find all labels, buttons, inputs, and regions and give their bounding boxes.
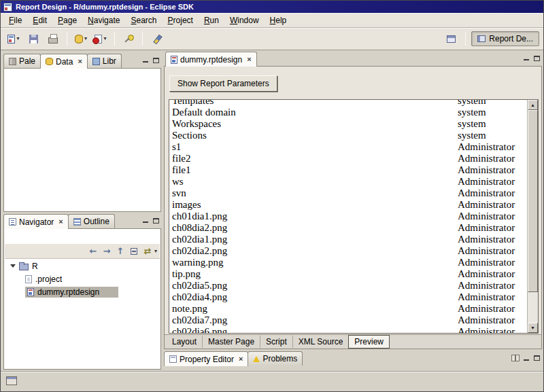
menu-item[interactable]: Search — [125, 14, 162, 27]
table-row: Templates system — [169, 99, 527, 107]
save-button[interactable] — [24, 31, 42, 47]
close-icon[interactable]: × — [78, 58, 82, 65]
tab-problems[interactable]: Problems — [248, 351, 303, 366]
view-menu-icon[interactable]: ▾ — [154, 249, 157, 254]
item-name: Templates — [169, 99, 458, 107]
tab-script[interactable]: Script — [260, 336, 293, 348]
window-title: Report Design - R/dummy.rptdesign - Ecli… — [16, 3, 194, 11]
show-report-parameters-button[interactable]: Show Report Parameters — [169, 75, 277, 92]
tab-property-editor[interactable]: Property Editor × — [164, 351, 248, 366]
tab-data[interactable]: Data × — [40, 54, 88, 69]
tree-node-project[interactable]: R — [5, 260, 160, 272]
close-icon[interactable]: × — [239, 355, 243, 363]
new-report-button[interactable]: ▾ — [5, 31, 22, 47]
menu-item[interactable]: File — [3, 14, 27, 27]
tab-layout[interactable]: Layout — [167, 336, 203, 348]
item-owner: Administrator — [458, 234, 527, 245]
link-with-editor-icon[interactable]: ⇄ — [141, 245, 154, 258]
tab-xml-source[interactable]: XML Source — [293, 336, 350, 348]
item-owner: Administrator — [458, 326, 527, 334]
expand-twistie-icon[interactable] — [10, 264, 16, 268]
minimize-icon[interactable] — [143, 57, 149, 63]
open-perspective-button[interactable] — [442, 31, 460, 47]
table-row: warning.png Administrator — [169, 257, 527, 268]
toolbar-separator — [142, 32, 143, 46]
item-name: tip.png — [169, 268, 458, 280]
tab-palette[interactable]: Pale — [3, 54, 41, 68]
item-name: ch02dia1.png — [169, 234, 458, 245]
back-icon[interactable]: ← — [86, 245, 100, 258]
item-owner: Administrator — [458, 176, 527, 188]
maximize-icon[interactable] — [153, 58, 159, 63]
tab-palette-label: Pale — [19, 56, 35, 66]
item-owner: Administrator — [458, 141, 527, 153]
tab-preview[interactable]: Preview — [348, 335, 390, 349]
pin-icon — [124, 34, 133, 44]
perspective-bar: Report De... — [442, 31, 539, 47]
minimize-icon[interactable] — [524, 355, 530, 361]
item-owner: Administrator — [458, 268, 527, 280]
table-row: file2 Administrator — [169, 153, 527, 164]
menu-item[interactable]: Window — [224, 14, 265, 27]
view-grid-icon[interactable] — [511, 355, 520, 361]
menu-item[interactable]: Project — [163, 14, 199, 27]
fast-view-icon[interactable] — [6, 376, 17, 385]
item-owner: Administrator — [458, 199, 527, 211]
collapse-all-icon[interactable] — [131, 248, 137, 255]
data-source-icon — [75, 35, 83, 43]
file-icon — [25, 275, 32, 283]
maximize-icon[interactable] — [534, 355, 540, 361]
item-name: ch02dia7.png — [169, 315, 458, 326]
maximize-icon[interactable] — [153, 218, 159, 224]
annotation-button[interactable] — [148, 31, 165, 47]
report-file-icon — [171, 56, 177, 64]
up-icon[interactable]: ↑ — [114, 245, 127, 258]
print-button[interactable] — [44, 31, 62, 47]
item-owner: system — [458, 118, 527, 130]
menu-item[interactable]: Run — [199, 14, 224, 27]
data-explorer-content — [3, 68, 161, 212]
minimize-icon[interactable] — [143, 217, 149, 224]
library-icon — [92, 58, 100, 65]
menu-item[interactable]: Navigate — [82, 14, 125, 27]
perspective-report-design-button[interactable]: Report De... — [471, 31, 539, 46]
problems-warning-icon — [253, 356, 260, 362]
open-perspective-icon — [447, 35, 456, 43]
menu-item[interactable]: Help — [265, 14, 292, 27]
tree-node-file[interactable]: .project — [5, 272, 160, 285]
maximize-icon[interactable] — [534, 56, 540, 61]
table-row: ch02dia5.png Administrator — [169, 280, 527, 291]
new-datasource-button[interactable]: ▾ — [72, 31, 90, 47]
navigator-icon — [9, 218, 16, 226]
print-icon — [48, 37, 58, 43]
menubar: File Edit Page Navigate Search Project R… — [1, 13, 543, 28]
item-owner: Administrator — [458, 188, 527, 199]
item-owner: Administrator — [458, 211, 527, 222]
item-name: ws — [169, 176, 458, 188]
tab-master-page[interactable]: Master Page — [203, 336, 260, 348]
tree-node-file-selected[interactable]: dummy.rptdesign — [5, 285, 160, 298]
tab-library[interactable]: Libr — [87, 54, 122, 68]
close-icon[interactable]: × — [58, 218, 63, 226]
menu-item[interactable]: Page — [52, 14, 82, 27]
editor-tab-dummy-rptdesign[interactable]: dummy.rptdesign × — [165, 52, 257, 67]
titlebar[interactable]: Report Design - R/dummy.rptdesign - Ecli… — [1, 1, 543, 13]
item-name: file1 — [169, 164, 458, 176]
table-row: ch02dia1.png Administrator — [169, 234, 527, 245]
save-icon — [29, 35, 38, 43]
item-owner: Administrator — [458, 291, 527, 303]
scrollbar-thumb[interactable] — [528, 110, 538, 292]
minimize-icon[interactable] — [524, 55, 530, 61]
close-icon[interactable]: × — [247, 56, 251, 63]
run-report-button[interactable]: ▾ — [92, 31, 109, 47]
pin-editor-button[interactable] — [120, 31, 137, 47]
tab-outline[interactable]: Outline — [68, 214, 115, 228]
vertical-scrollbar[interactable]: ▲ ▼ — [527, 100, 538, 333]
table-row: Workspaces system — [169, 118, 527, 130]
tab-navigator[interactable]: Navigator × — [3, 214, 69, 229]
scroll-down-icon[interactable]: ▼ — [528, 323, 538, 333]
dropdown-arrow-icon: ▾ — [103, 36, 106, 41]
forward-icon[interactable]: → — [100, 245, 114, 258]
menu-item[interactable]: Edit — [27, 14, 52, 27]
scroll-up-icon[interactable]: ▲ — [528, 100, 538, 110]
